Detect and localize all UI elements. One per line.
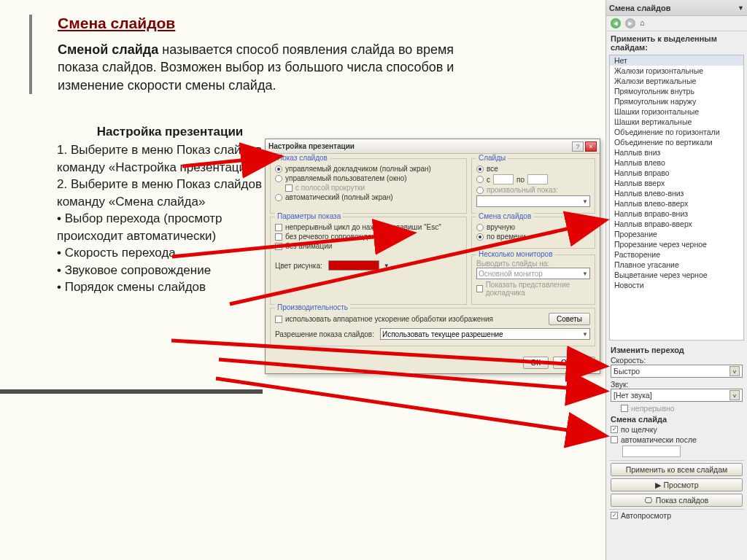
- check-on-click[interactable]: [611, 426, 618, 433]
- label-custom: произвольный показ:: [487, 186, 558, 194]
- taskpane-header[interactable]: Смена слайдов ▼: [606, 0, 747, 16]
- transition-item[interactable]: Наплыв влево-вниз: [610, 188, 743, 198]
- label-resolution: Разрешение показа слайдов:: [275, 330, 374, 338]
- label-noanim: без анимации: [285, 242, 332, 250]
- label-from: с: [487, 176, 490, 184]
- play-preview-button[interactable]: ▶Просмотр: [611, 478, 743, 491]
- radio-auto[interactable]: [275, 194, 282, 201]
- fieldset-show-type: Показ слайдов управляемый докладчиком (п…: [270, 158, 467, 214]
- input-to[interactable]: [527, 174, 548, 184]
- sound-label: Звук:: [611, 380, 743, 389]
- instructions-heading: Настройка презентации: [57, 123, 283, 140]
- transition-item[interactable]: Прямоугольник наружу: [610, 96, 743, 106]
- play-icon: ▶: [655, 481, 661, 489]
- radio-manual[interactable]: [476, 224, 484, 231]
- radio-presenter[interactable]: [275, 166, 282, 173]
- instruction-step-2: 2. Выберите в меню Показ слайдов команду…: [57, 176, 283, 210]
- radio-user[interactable]: [275, 175, 282, 182]
- fieldset-monitors: Несколько мониторов Выводить слайды на: …: [471, 254, 595, 305]
- check-presenter-view: [476, 285, 483, 292]
- apply-to-all-button[interactable]: Применить ко всем слайдам: [611, 463, 743, 476]
- transition-item[interactable]: Растворение: [610, 249, 743, 260]
- legend-perf: Производительность: [275, 303, 350, 311]
- nav-home-icon[interactable]: ⌂: [640, 18, 650, 28]
- transition-item[interactable]: Наплыв влево: [610, 158, 743, 168]
- transition-item[interactable]: Прорезание через черное: [610, 239, 743, 249]
- select-resolution[interactable]: Использовать текущее разрешение▼: [380, 328, 590, 340]
- transition-list[interactable]: НетЖалюзи горизонтальныеЖалюзи вертикаль…: [609, 55, 744, 341]
- taskpane-title: Смена слайдов: [609, 4, 670, 12]
- transition-item[interactable]: Наплыв влево-вверх: [610, 198, 743, 209]
- dialog-help-button[interactable]: ?: [572, 141, 584, 152]
- fieldset-slides: Слайды все спо произвольный показ: ▼: [471, 158, 595, 214]
- slide-transition-taskpane: Смена слайдов ▼ ◄ ► ⌂ Применить к выделе…: [605, 0, 747, 560]
- label-hw-accel: использовать аппаратное ускорение обрабо…: [285, 315, 493, 323]
- label-autopreview: Автопросмотр: [621, 511, 671, 520]
- radio-timed[interactable]: [476, 233, 484, 241]
- label-pen-color: Цвет рисунка:: [275, 262, 322, 270]
- input-from[interactable]: [493, 174, 514, 184]
- ok-button[interactable]: ОК: [523, 357, 549, 369]
- nav-back-icon[interactable]: ◄: [611, 18, 621, 28]
- divider-2: [609, 509, 744, 510]
- sound-value: [Нет звука]: [614, 391, 652, 400]
- fieldset-performance: Производительность использовать аппаратн…: [270, 308, 595, 346]
- check-scrollbar: [285, 184, 293, 192]
- page-title: Смена слайдов: [58, 15, 605, 32]
- check-loop[interactable]: [275, 224, 282, 231]
- monitor-value: Основной монитор: [479, 270, 543, 278]
- transition-item[interactable]: Наплыв вправо: [610, 168, 743, 178]
- transition-item[interactable]: Наплыв вверх: [610, 178, 743, 188]
- pen-color-swatch[interactable]: [328, 260, 379, 271]
- cancel-button[interactable]: Отмена: [553, 357, 595, 369]
- transition-item[interactable]: Нет: [610, 55, 743, 66]
- label-timed: по времени: [487, 233, 526, 241]
- transition-item[interactable]: Прорезание: [610, 229, 743, 239]
- sound-select[interactable]: [Нет звука]v: [611, 389, 743, 402]
- fieldset-advance: Смена слайдов вручную по времени: [471, 217, 595, 249]
- transition-item[interactable]: Объединение по вертикали: [610, 137, 743, 147]
- select-custom-show: ▼: [476, 195, 590, 207]
- speed-select[interactable]: Быстроv: [611, 365, 743, 378]
- radio-custom-show: [476, 187, 484, 194]
- check-autopreview[interactable]: [611, 512, 618, 519]
- label-presenter-view: Показать представление докладчика: [486, 281, 590, 297]
- instruction-bullet-1: • Выбор перехода (просмотр происходит ав…: [57, 210, 283, 244]
- transition-item[interactable]: Шашки горизонтальные: [610, 106, 743, 117]
- transition-item[interactable]: Прямоугольник внутрь: [610, 86, 743, 96]
- slideshow-button[interactable]: 🖵Показ слайдов: [611, 494, 743, 507]
- speed-label: Скорость:: [611, 356, 743, 365]
- intro-paragraph: Сменой слайда называется способ появлени…: [58, 41, 466, 94]
- instruction-bullet-2: • Скорость перехода: [57, 244, 283, 261]
- check-loop-sound: [621, 405, 628, 412]
- dialog-close-button[interactable]: ×: [585, 141, 597, 152]
- transition-item[interactable]: Объединение по горизонтали: [610, 127, 743, 137]
- check-auto-after[interactable]: [611, 436, 618, 443]
- auto-after-time-input[interactable]: [622, 446, 681, 457]
- check-nosound[interactable]: [275, 233, 282, 241]
- transition-item[interactable]: Новости: [610, 280, 743, 290]
- transition-item[interactable]: Наплыв вниз: [610, 147, 743, 158]
- transition-item[interactable]: Выцветание через черное: [610, 270, 743, 280]
- radio-range[interactable]: [476, 176, 484, 183]
- legend-params: Параметры показа: [275, 212, 343, 220]
- instructions-block: Настройка презентации 1. Выберите в меню…: [57, 123, 283, 296]
- transition-item[interactable]: Плавное угасание: [610, 260, 743, 270]
- tips-button[interactable]: Советы: [549, 313, 590, 325]
- taskpane-dropdown-icon[interactable]: ▼: [738, 4, 744, 12]
- dialog-titlebar[interactable]: Настройка презентации ? ×: [266, 139, 600, 154]
- legend-advance: Смена слайдов: [476, 212, 533, 220]
- intro-bold: Сменой слайда: [58, 42, 158, 57]
- label-presenter: управляемый докладчиком (полный экран): [285, 165, 431, 173]
- check-hw-accel[interactable]: [275, 316, 282, 323]
- instruction-step-1: 1. Выберите в меню Показ слайдов команду…: [57, 141, 283, 176]
- transition-item[interactable]: Наплыв вправо-вниз: [610, 209, 743, 219]
- transition-item[interactable]: Жалюзи вертикальные: [610, 76, 743, 86]
- fieldset-show-params: Параметры показа непрерывный цикл до наж…: [270, 217, 467, 305]
- transition-item[interactable]: Шашки вертикальные: [610, 117, 743, 127]
- transition-item[interactable]: Наплыв вправо-вверх: [610, 219, 743, 229]
- radio-all-slides[interactable]: [476, 166, 484, 173]
- modify-transition-title: Изменить переход: [611, 346, 743, 354]
- transition-item[interactable]: Жалюзи горизонтальные: [610, 66, 743, 76]
- check-noanim[interactable]: [275, 243, 282, 250]
